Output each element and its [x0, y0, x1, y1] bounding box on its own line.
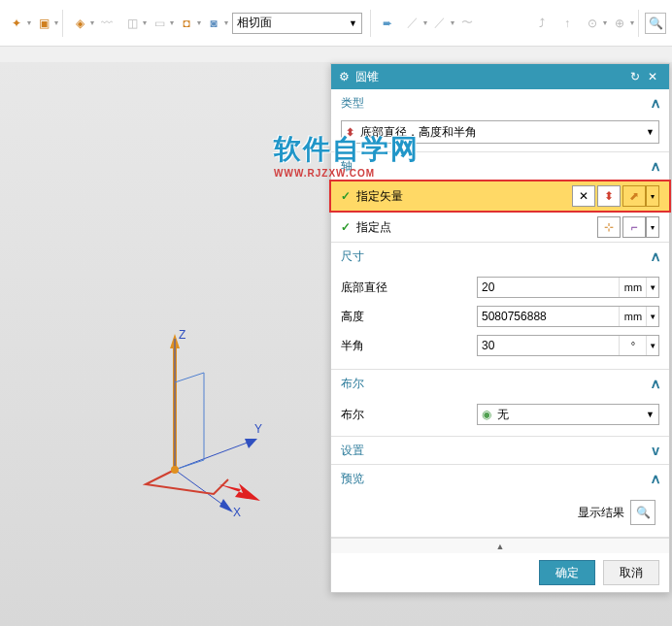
bool-none-icon: ◉ — [482, 408, 491, 421]
chevron-up-icon: ʌ — [652, 248, 659, 264]
height-input[interactable] — [478, 307, 619, 326]
section-boolean: 布尔 ʌ 布尔 ◉ 无 ▼ — [331, 370, 669, 437]
toolbar-search-icon[interactable]: 🔍 — [645, 13, 666, 34]
point-coord-icon: ⌐ — [630, 220, 637, 234]
section-axis-header[interactable]: 轴 ʌ — [331, 152, 669, 180]
toolbar-datum-btn[interactable]: ◈▾ — [67, 13, 94, 34]
point-dropdown[interactable]: ▾ — [646, 216, 659, 238]
toolbar-line2-btn[interactable]: ／▾ — [427, 13, 454, 34]
toolbar-cylinder-btn[interactable]: ◘▾ — [174, 13, 201, 34]
section-type-header[interactable]: 类型 ʌ — [331, 89, 669, 116]
panel-reset-icon[interactable]: ↻ — [626, 70, 644, 83]
main-toolbar: ✦▾ ▣▾ ◈▾ 〰 ◫▾ ▭▾ ◘▾ ◙▾ 相切面 ▼ ➨ ／▾ ／▾ 〜 ⤴… — [0, 0, 672, 47]
toolbar-line1-btn[interactable]: ／▾ — [400, 13, 427, 34]
panel-footer: 确定 取消 — [331, 553, 669, 592]
chevron-up-icon: ʌ — [652, 95, 659, 111]
section-dim-header[interactable]: 尺寸 ʌ — [331, 243, 669, 270]
panel-titlebar[interactable]: ⚙ 圆锥 ↻ ✕ — [331, 64, 669, 89]
show-result-label: 显示结果 — [578, 505, 624, 521]
svg-point-7 — [171, 466, 179, 474]
toolbar-arrow-icon[interactable]: ➨ — [377, 13, 398, 34]
type-value: 底部直径，高度和半角 — [360, 124, 477, 141]
type-select[interactable]: ⬍ 底部直径，高度和半角 ▼ — [341, 120, 659, 144]
toolbar-snap3-btn[interactable]: ⊙▾ — [580, 13, 607, 34]
dropdown-arrow-icon: ▼ — [646, 410, 655, 419]
point-label: 指定点 — [356, 219, 391, 236]
halfangle-unit[interactable]: ° — [619, 336, 646, 355]
height-unit[interactable]: mm — [619, 307, 646, 326]
vector-tool-2[interactable]: ⬍ — [597, 185, 621, 207]
vector-tool-1[interactable]: ✕ — [572, 185, 595, 207]
diameter-dropdown[interactable]: ▼ — [646, 278, 658, 297]
point-tool-1[interactable]: ⊹ — [597, 216, 621, 238]
panel-close-icon[interactable]: ✕ — [644, 70, 661, 83]
annotation-arrow-icon — [214, 470, 262, 509]
dropdown-arrow-icon: ▼ — [349, 18, 357, 28]
section-preview-header[interactable]: 预览 ʌ — [331, 465, 669, 492]
vector-label: 指定矢量 — [356, 188, 403, 205]
vector-dropdown[interactable]: ▾ — [646, 185, 659, 207]
panel-collapse-handle[interactable]: ▲ — [331, 538, 669, 553]
height-row: 高度 mm ▼ — [341, 303, 659, 330]
toolbar-snap1-icon[interactable]: ⤴ — [531, 13, 553, 34]
chevron-up-icon: ʌ — [652, 376, 659, 391]
toolbar-rect-btn[interactable]: ▭▾ — [147, 13, 174, 34]
halfangle-row: 半角 ° ▼ — [341, 332, 659, 359]
panel-title-text: 圆锥 — [355, 69, 379, 85]
height-dropdown[interactable]: ▼ — [646, 307, 658, 326]
bool-select[interactable]: ◉ 无 ▼ — [477, 404, 659, 425]
halfangle-label: 半角 — [341, 338, 477, 354]
bool-value: 无 — [497, 407, 509, 423]
section-settings: 设置 v — [331, 437, 669, 465]
highlight-annotation: ✓ 指定矢量 ✕ ⬍ ⬈ ▾ — [329, 180, 671, 213]
toolbar-separator — [370, 10, 371, 37]
diameter-row: 底部直径 mm ▼ — [341, 274, 659, 301]
z-axis-label: Z — [179, 328, 185, 342]
toolbar-box-btn[interactable]: ◙▾ — [201, 13, 228, 34]
magnifier-icon: 🔍 — [636, 506, 651, 519]
toolbar-btn-1[interactable]: ✦▾ — [4, 13, 31, 34]
preview-row: 显示结果 🔍 — [341, 496, 659, 529]
chevron-up-icon: ʌ — [652, 471, 659, 486]
specify-vector-row[interactable]: ✓ 指定矢量 ✕ ⬍ ⬈ ▾ — [331, 181, 669, 211]
section-bool-header[interactable]: 布尔 ʌ — [331, 370, 669, 397]
ok-button[interactable]: 确定 — [539, 560, 595, 585]
toolbar-curve-icon[interactable]: 〰 — [96, 13, 118, 34]
axis-icon: ⬍ — [604, 189, 614, 203]
toolbar-snap4-btn[interactable]: ⊕▾ — [607, 13, 634, 34]
svg-marker-4 — [245, 439, 257, 448]
cross-arrows-icon: ✕ — [579, 189, 588, 203]
section-axis: 轴 ʌ ✓ 指定矢量 ✕ ⬍ ⬈ ▾ ✓ 指定点 ⊹ ⌐ ▾ — [331, 152, 669, 243]
section-preview: 预览 ʌ 显示结果 🔍 — [331, 465, 669, 538]
specify-point-row[interactable]: ✓ 指定点 ⊹ ⌐ ▾ — [331, 213, 669, 242]
toolbar-snap2-icon[interactable]: ↑ — [556, 13, 578, 34]
check-icon: ✓ — [341, 220, 351, 234]
toolbar-btn-2[interactable]: ▣▾ — [31, 13, 58, 34]
section-dimensions: 尺寸 ʌ 底部直径 mm ▼ 高度 mm ▼ 半角 — [331, 243, 669, 370]
halfangle-dropdown[interactable]: ▼ — [646, 336, 658, 355]
halfangle-input[interactable] — [478, 336, 619, 355]
boolean-row: 布尔 ◉ 无 ▼ — [341, 401, 659, 428]
chevron-up-icon: ʌ — [652, 158, 659, 174]
diameter-unit[interactable]: mm — [619, 278, 646, 297]
toolbar-spline-icon[interactable]: 〜 — [456, 13, 478, 34]
y-axis-label: Y — [254, 422, 262, 436]
direction-icon: ⬈ — [629, 189, 639, 203]
point-pick-icon: ⊹ — [604, 220, 614, 234]
toolbar-cube-btn[interactable]: ◫▾ — [119, 13, 147, 34]
toolbar-face-select[interactable]: 相切面 ▼ — [232, 13, 362, 34]
cone-type-icon: ⬍ — [346, 126, 354, 139]
vector-tool-selected[interactable]: ⬈ — [622, 185, 646, 207]
check-icon: ✓ — [341, 189, 351, 203]
point-tool-2[interactable]: ⌐ — [622, 216, 646, 238]
diameter-input[interactable] — [478, 278, 619, 297]
height-label: 高度 — [341, 309, 477, 325]
section-type: 类型 ʌ ⬍ 底部直径，高度和半角 ▼ — [331, 89, 669, 152]
toolbar-separator — [62, 10, 63, 37]
gear-icon: ⚙ — [339, 70, 350, 83]
diameter-label: 底部直径 — [341, 280, 477, 296]
cancel-button[interactable]: 取消 — [603, 560, 659, 585]
section-settings-header[interactable]: 设置 v — [331, 437, 669, 464]
dropdown-arrow-icon: ▼ — [646, 127, 655, 137]
show-result-button[interactable]: 🔍 — [630, 500, 655, 525]
